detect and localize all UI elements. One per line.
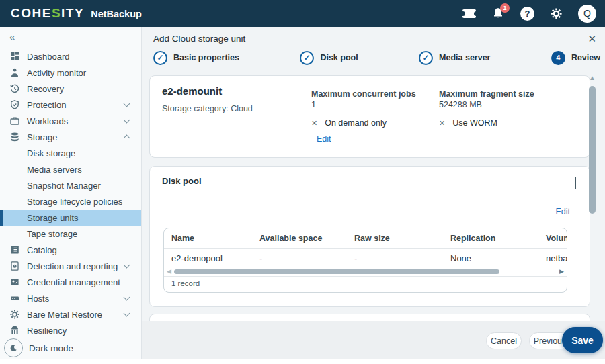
- dark-mode-toggle[interactable]: Dark mode: [4, 338, 73, 357]
- sidebar-item-snapshot-manager[interactable]: Snapshot Manager: [0, 177, 141, 193]
- close-icon[interactable]: ✕: [588, 33, 596, 45]
- topbar: COHESITY NetBackup 1 ? Q: [0, 0, 605, 27]
- flag-use-worm: ✕ Use WORM: [439, 118, 497, 128]
- cell-name: e2-demopool: [171, 250, 223, 267]
- x-mark-icon: ✕: [439, 119, 445, 128]
- scroll-right-icon[interactable]: ▶: [559, 268, 564, 275]
- moon-icon: [4, 338, 23, 357]
- notifications-button[interactable]: 1: [491, 7, 505, 20]
- save-button[interactable]: Save: [562, 327, 603, 353]
- cell-replication: None: [450, 250, 471, 267]
- dialog-footer: Cancel Previous Save: [142, 321, 605, 359]
- sidebar-item-activity-monitor[interactable]: Activity monitor: [0, 64, 141, 81]
- sidebar-item-protection[interactable]: Protection: [0, 97, 141, 113]
- add-cloud-storage-unit-dialog: Add Cloud storage unit ✕ ✓ Basic propert…: [142, 27, 605, 364]
- chevron-down-icon: [124, 310, 130, 317]
- dialog-title: Add Cloud storage unit: [153, 34, 245, 44]
- sidebar-item-storage[interactable]: Storage: [0, 129, 141, 145]
- cell-available-space: -: [259, 250, 262, 267]
- user-avatar[interactable]: Q: [578, 5, 596, 23]
- step-number-badge: 4: [551, 51, 565, 65]
- wizard-stepper: ✓ Basic properties ✓ Disk pool ✓ Media s…: [153, 50, 600, 65]
- step-check-icon: ✓: [419, 51, 433, 65]
- vertical-scrollbar: ▲ ▼: [588, 74, 596, 347]
- sidebar-collapse-button[interactable]: «: [9, 31, 15, 42]
- notification-badge: 1: [500, 3, 510, 13]
- database-icon: [9, 132, 20, 142]
- disk-pool-table: Name Available space Raw size Replicatio…: [163, 228, 567, 293]
- sidebar-item-credential-management[interactable]: Credential management: [0, 274, 141, 290]
- sidebar: « Dashboard Activity monitor Recovery Pr…: [0, 27, 142, 364]
- cancel-button[interactable]: Cancel: [486, 332, 522, 349]
- sidebar-item-catalog[interactable]: Catalog: [0, 242, 141, 258]
- gear-icon: [9, 309, 20, 320]
- settings-gear-icon[interactable]: [550, 7, 563, 20]
- credential-card-icon: [9, 277, 20, 287]
- sidebar-item-media-servers[interactable]: Media servers: [0, 161, 141, 177]
- dashboard-icon: [9, 51, 20, 62]
- activity-monitor-icon: [9, 67, 20, 78]
- unit-name: e2-demounit: [162, 85, 222, 97]
- report-document-icon: [9, 261, 20, 271]
- chevron-down-icon: [124, 294, 130, 301]
- chevron-up-icon: [575, 177, 576, 189]
- sidebar-item-resiliency[interactable]: Resiliency: [0, 322, 141, 338]
- chevron-down-icon: [124, 262, 130, 269]
- book-icon: [9, 244, 20, 255]
- sidebar-item-disk-storage[interactable]: Disk storage: [0, 145, 141, 161]
- resiliency-icon: [9, 325, 20, 336]
- x-mark-icon: ✕: [311, 119, 317, 128]
- step-review[interactable]: 4 Review: [551, 51, 600, 65]
- column-header-replication: Replication: [450, 228, 495, 249]
- step-disk-pool[interactable]: ✓ Disk pool: [300, 51, 358, 65]
- shield-icon: [9, 99, 20, 110]
- disk-pool-edit-link[interactable]: Edit: [555, 207, 570, 216]
- cohesity-logo: COHESITY: [11, 6, 84, 21]
- column-header-raw-size: Raw size: [354, 228, 390, 249]
- collapse-section-button[interactable]: [575, 177, 576, 189]
- step-basic-properties[interactable]: ✓ Basic properties: [153, 51, 239, 65]
- help-button[interactable]: ?: [520, 7, 534, 21]
- sidebar-item-recovery[interactable]: Recovery: [0, 81, 141, 97]
- step-connector: [499, 58, 541, 58]
- server-icon: [9, 293, 20, 304]
- disk-pool-card: Disk pool Edit Name Available space Raw …: [149, 166, 590, 307]
- horizontal-scrollbar: ◀ ▶: [164, 268, 567, 275]
- chevron-down-icon: [124, 117, 130, 124]
- sidebar-item-hosts[interactable]: Hosts: [0, 290, 141, 306]
- step-check-icon: ✓: [300, 51, 314, 65]
- record-count: 1 record: [171, 279, 200, 287]
- vertical-scrollbar-thumb[interactable]: [589, 86, 596, 214]
- table-header-row: Name Available space Raw size Replicatio…: [164, 228, 567, 249]
- table-row[interactable]: e2-demopool - - None netbackup: [164, 250, 567, 267]
- unit-category: Storage category: Cloud: [162, 104, 253, 113]
- license-ticket-icon[interactable]: [462, 9, 476, 18]
- sidebar-item-bare-metal-restore[interactable]: Bare Metal Restore: [0, 306, 141, 322]
- chevron-up-icon: [124, 135, 130, 142]
- cell-raw-size: -: [354, 250, 357, 267]
- divider: [307, 76, 307, 157]
- divider: [164, 276, 567, 277]
- sidebar-item-tape-storage[interactable]: Tape storage: [0, 226, 141, 242]
- column-header-name: Name: [171, 228, 194, 249]
- sidebar-item-detection-and-reporting[interactable]: Detection and reporting: [0, 258, 141, 274]
- sidebar-item-workloads[interactable]: Workloads: [0, 113, 141, 129]
- window-bottom-strip: [0, 359, 605, 364]
- chevron-down-icon: [124, 101, 130, 107]
- step-connector: [249, 58, 290, 58]
- step-check-icon: ✓: [153, 51, 167, 65]
- unit-edit-link[interactable]: Edit: [317, 134, 331, 144]
- scroll-left-icon[interactable]: ◀: [167, 268, 171, 275]
- field-max-concurrent-jobs: Maximum concurrent jobs 1: [311, 89, 416, 109]
- sidebar-item-dashboard[interactable]: Dashboard: [0, 48, 141, 64]
- sidebar-item-storage-lifecycle-policies[interactable]: Storage lifecycle policies: [0, 193, 141, 210]
- flag-on-demand-only: ✕ On demand only: [311, 118, 387, 128]
- step-media-server[interactable]: ✓ Media server: [419, 51, 490, 65]
- briefcase-icon: [9, 116, 20, 126]
- recovery-history-icon: [9, 83, 20, 94]
- field-max-fragment-size: Maximum fragment size 524288 MB: [439, 89, 534, 109]
- scroll-up-icon[interactable]: ▲: [589, 74, 596, 81]
- sidebar-item-storage-units[interactable]: Storage units: [0, 210, 141, 226]
- column-header-volumes: Volumes: [546, 228, 567, 249]
- horizontal-scrollbar-thumb[interactable]: [174, 269, 499, 274]
